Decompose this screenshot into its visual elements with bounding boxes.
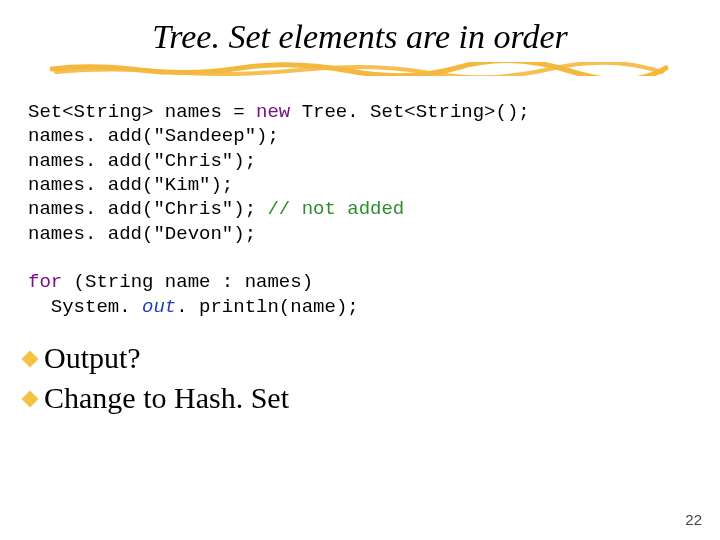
code-line: names. add("Devon");	[28, 223, 256, 245]
code-line: Set<String> names = new Tree. Set<String…	[28, 101, 530, 123]
code-text: Set<String> names =	[28, 101, 256, 123]
code-text: System.	[28, 296, 142, 318]
code-text: names. add("Chris");	[28, 198, 267, 220]
title-underline	[50, 62, 670, 76]
page-number: 22	[685, 511, 702, 528]
slide-title: Tree. Set elements are in order	[152, 18, 567, 56]
bullet-list: Output? Change to Hash. Set	[22, 341, 720, 415]
code-keyword: new	[256, 101, 290, 123]
diamond-icon	[22, 350, 39, 367]
code-keyword: for	[28, 271, 62, 293]
code-line: names. add("Kim");	[28, 174, 233, 196]
code-line: names. add("Chris");	[28, 150, 256, 172]
code-text: Tree. Set<String>();	[290, 101, 529, 123]
bullet-item: Output?	[22, 341, 720, 375]
code-line: System. out. println(name);	[28, 296, 359, 318]
code-field: out	[142, 296, 176, 318]
code-text: . println(name);	[176, 296, 358, 318]
bullet-text: Change to Hash. Set	[44, 381, 289, 414]
diamond-icon	[22, 390, 39, 407]
code-text: (String name : names)	[62, 271, 313, 293]
bullet-item: Change to Hash. Set	[22, 381, 720, 415]
code-block: Set<String> names = new Tree. Set<String…	[28, 100, 720, 319]
code-line: names. add("Chris"); // not added	[28, 198, 404, 220]
code-comment: // not added	[267, 198, 404, 220]
bullet-text: Output?	[44, 341, 141, 374]
code-line: names. add("Sandeep");	[28, 125, 279, 147]
code-line: for (String name : names)	[28, 271, 313, 293]
title-area: Tree. Set elements are in order	[0, 0, 720, 76]
